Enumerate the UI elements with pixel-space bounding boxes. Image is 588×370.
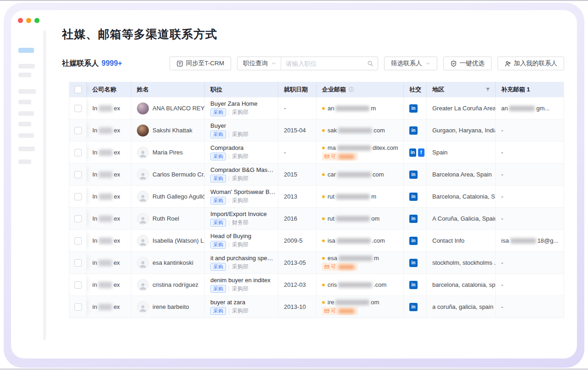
linkedin-icon[interactable]: in bbox=[409, 259, 418, 267]
email-suffix: m bbox=[371, 105, 376, 112]
row-checkbox[interactable] bbox=[74, 281, 82, 289]
region-cell: Spain bbox=[427, 142, 496, 163]
extra-email-cell: angm... bbox=[496, 97, 565, 119]
one-click-optimize-button[interactable]: 一键优选 bbox=[443, 57, 492, 70]
table-row[interactable]: Inex Maria Pires Compradora 采购 采购部 - mad… bbox=[69, 141, 564, 163]
table-row[interactable]: Inex Sakshi Khattak Buyer 采购 采购部 2015-04… bbox=[69, 119, 564, 141]
column-header-region: 地区 bbox=[427, 82, 496, 97]
redacted-email-text bbox=[509, 106, 535, 111]
row-checkbox-cell bbox=[69, 252, 87, 273]
linkedin-icon[interactable]: in bbox=[409, 215, 418, 223]
linkedin-icon[interactable]: in bbox=[409, 281, 418, 289]
filter-contacts-dropdown[interactable]: 筛选联系人 bbox=[384, 57, 437, 70]
table-row[interactable]: inex irene barbeito buyer at zara 采购 采购部… bbox=[69, 296, 564, 318]
avatar bbox=[137, 257, 149, 269]
start-date-cell: 2013 bbox=[278, 186, 317, 207]
redacted-email-text bbox=[336, 216, 370, 222]
person-icon bbox=[138, 193, 147, 202]
position-title: Comprador B&G Massi... bbox=[210, 166, 276, 173]
meta-divider bbox=[229, 286, 229, 292]
linkedin-icon[interactable]: in bbox=[409, 303, 418, 311]
position-cell: denim buyer en inditex 采购 采购部 bbox=[205, 274, 278, 296]
procurement-badge: 采购 bbox=[210, 219, 226, 227]
position-title: Woman' Sportswear Bu... bbox=[210, 188, 276, 195]
add-to-my-contacts-button[interactable]: 加入我的联系人 bbox=[498, 57, 565, 70]
linkedin-icon[interactable]: in bbox=[409, 148, 416, 157]
row-checkbox[interactable] bbox=[74, 105, 82, 112]
chevron-down-icon bbox=[426, 61, 430, 66]
extra-email-suffix: gm... bbox=[536, 105, 549, 112]
row-checkbox[interactable] bbox=[74, 303, 82, 311]
email-cell: isa.com bbox=[317, 230, 404, 251]
row-checkbox[interactable] bbox=[74, 149, 82, 156]
table-row[interactable]: Inex Ruth Roel Import/Export Invoice 采购 … bbox=[69, 207, 564, 229]
sidebar-skeleton-item bbox=[18, 111, 34, 116]
row-checkbox[interactable] bbox=[74, 237, 82, 245]
row-checkbox[interactable] bbox=[74, 259, 82, 267]
department-label: 采购部 bbox=[232, 307, 249, 315]
redacted-email-text bbox=[337, 172, 371, 177]
contact-name: cristina rodríguez bbox=[153, 281, 198, 288]
company-cell: Inex bbox=[87, 97, 131, 119]
row-checkbox[interactable] bbox=[74, 193, 82, 200]
position-search-input[interactable] bbox=[286, 60, 367, 67]
table-row[interactable]: inex cristina rodríguez denim buyer en i… bbox=[69, 273, 564, 296]
company-cell: Inex bbox=[87, 186, 131, 207]
avatar bbox=[137, 279, 149, 291]
table-row[interactable]: Inex ANA BLANCO REY Buyer Zara Home 采购 采… bbox=[69, 97, 564, 119]
row-checkbox[interactable] bbox=[74, 127, 82, 134]
linkedin-icon[interactable]: in bbox=[409, 193, 418, 201]
position-meta: 采购 采购部 bbox=[210, 285, 249, 293]
department-label: 采购部 bbox=[232, 197, 249, 205]
procurement-badge: 采购 bbox=[210, 175, 226, 182]
meta-divider bbox=[229, 176, 229, 182]
email-cell: carcom bbox=[317, 164, 404, 185]
meta-divider bbox=[229, 110, 229, 115]
filter-funnel-icon[interactable] bbox=[485, 87, 491, 92]
position-cell: Woman' Sportswear Bu... 采购 采购部 bbox=[205, 186, 278, 207]
company-name-suffix: ex bbox=[114, 215, 120, 222]
table-row[interactable]: Inex Isabella (Watson) L... Head of Buyi… bbox=[69, 229, 564, 251]
social-icons-cell: in bbox=[404, 208, 427, 229]
linkedin-icon[interactable]: in bbox=[409, 126, 418, 135]
table-row[interactable]: Inex Ruth Gallego Agulló Woman' Sportswe… bbox=[69, 185, 564, 207]
linkedin-icon[interactable]: in bbox=[409, 104, 418, 113]
row-checkbox[interactable] bbox=[74, 171, 82, 178]
person-icon bbox=[138, 215, 147, 224]
redacted-company-text bbox=[98, 282, 112, 288]
procurement-badge: 采购 bbox=[210, 153, 226, 160]
email-prefix: isa bbox=[328, 237, 335, 244]
sync-to-crm-button[interactable]: 同步至T-CRM bbox=[170, 57, 231, 70]
table-row[interactable]: inex esa kantinkoski it and purchasing s… bbox=[69, 251, 564, 273]
sidebar-divider bbox=[43, 30, 46, 340]
start-date-cell: 2013-05 bbox=[278, 252, 317, 273]
email-status-dot-icon bbox=[322, 173, 325, 176]
name-cell: Ruth Gallego Agulló bbox=[131, 186, 205, 207]
info-icon[interactable] bbox=[348, 86, 354, 92]
facebook-icon[interactable]: f bbox=[418, 148, 425, 157]
contacts-count: 9999+ bbox=[102, 59, 122, 68]
linkedin-icon[interactable]: in bbox=[409, 237, 418, 245]
social-icons-cell: in bbox=[404, 97, 427, 119]
email-prefix: rut bbox=[328, 193, 334, 200]
table-row[interactable]: Inex Carlos Bermudo Cr... Comprador B&G … bbox=[69, 163, 564, 185]
linkedin-icon[interactable]: in bbox=[409, 171, 418, 179]
social-icons-cell: in bbox=[404, 120, 427, 141]
position-title: Head of Buying bbox=[210, 233, 251, 239]
email-status-dot-icon bbox=[322, 217, 325, 220]
extra-email-cell: - bbox=[496, 120, 565, 141]
deliverable-tag: 可 bbox=[322, 263, 358, 271]
position-query-dropdown[interactable]: 职位查询 bbox=[237, 57, 281, 70]
row-checkbox[interactable] bbox=[74, 215, 82, 222]
social-icons-cell: in bbox=[404, 230, 427, 251]
position-meta: 采购 采购部 bbox=[210, 197, 249, 205]
position-meta: 采购 采购部 bbox=[210, 307, 249, 315]
email-status-dot-icon bbox=[322, 195, 325, 198]
contact-name: Ruth Gallego Agulló bbox=[153, 193, 205, 200]
sidebar-skeleton-item bbox=[18, 89, 36, 94]
redacted-company-text bbox=[98, 304, 112, 310]
email-status-dot-icon bbox=[322, 284, 325, 286]
select-all-checkbox[interactable] bbox=[74, 86, 82, 93]
deliverable-tag: 可 bbox=[322, 153, 358, 160]
search-icon[interactable] bbox=[367, 60, 373, 67]
